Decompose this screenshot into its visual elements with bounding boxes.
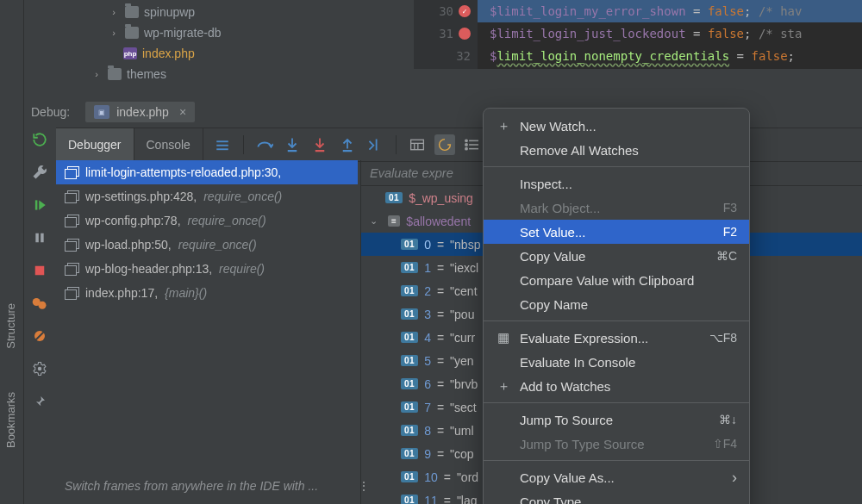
php-file-icon: php (123, 47, 137, 59)
type-badge-icon: ≡ (388, 215, 400, 227)
stack-frame[interactable]: index.php:17, {main}() (56, 281, 358, 305)
variable-index: 7 (424, 401, 431, 414)
debug-session-label: index.php (116, 105, 169, 119)
variable-index: 0 (424, 238, 431, 252)
line-number: 32 (456, 49, 471, 63)
menu-separator (484, 166, 749, 167)
chevron-down-icon[interactable]: ⌄ (370, 215, 382, 227)
menu-item[interactable]: ▦Evaluate Expression...⌥F8 (484, 326, 749, 350)
variable-value: "cop (450, 447, 474, 461)
stack-frame[interactable]: limit-login-attempts-reloaded.php:30, (56, 160, 358, 184)
type-badge-icon: 01 (401, 285, 418, 296)
stack-frame-icon (65, 190, 78, 202)
plus-icon: ＋ (496, 378, 511, 395)
svg-point-5 (39, 302, 47, 309)
menu-item[interactable]: Copy Type (484, 489, 749, 504)
variable-value: "sect (450, 401, 477, 414)
pin-button[interactable] (29, 391, 50, 412)
evaluate-expression-button[interactable] (407, 134, 428, 155)
menu-item[interactable]: ＋Add to Watches (484, 374, 749, 398)
code-line[interactable]: $limit_login_nonempty_credentials = fals… (478, 45, 862, 67)
step-out-button[interactable] (337, 134, 358, 155)
debug-session-tab[interactable]: ▣ index.php × (85, 102, 195, 122)
variable-index: 3 (424, 308, 431, 321)
tree-item-themes[interactable]: › themes (82, 64, 358, 84)
stop-button[interactable] (29, 260, 50, 281)
frame-file: limit-login-attempts-reloaded.php:30, (85, 165, 281, 179)
stack-frame[interactable]: wp-load.php:50, require_once() (56, 233, 358, 257)
menu-item-shortcut: ⌘↓ (719, 413, 737, 426)
menu-item[interactable]: Copy Value As... (484, 465, 749, 489)
svg-rect-12 (288, 150, 297, 152)
menu-item[interactable]: Jump To Source⌘↓ (484, 408, 749, 432)
menu-item[interactable]: Evaluate In Console (484, 350, 749, 374)
code-editor[interactable]: 30✓ 31 32 $limit_login_my_error_shown = … (414, 0, 862, 69)
menu-item[interactable]: Inspect... (484, 171, 749, 196)
variable-name: $_wp_using (409, 191, 473, 205)
view-breakpoints-button[interactable] (29, 293, 50, 314)
menu-item-label: Copy Name (520, 297, 737, 312)
pause-button[interactable] (29, 227, 50, 248)
editor-code[interactable]: $limit_login_my_error_shown = false; /* … (478, 0, 862, 69)
code-line[interactable]: $limit_login_just_lockedout = false; /* … (478, 22, 862, 45)
rail-bookmarks[interactable]: Bookmarks (4, 392, 17, 448)
menu-item-label: Mark Object... (520, 201, 715, 215)
stack-frame[interactable]: wp-settings.php:428, require_once() (56, 184, 358, 208)
frame-file: index.php:17, (85, 286, 158, 300)
menu-item[interactable]: Remove All Watches (484, 138, 749, 162)
tab-debugger[interactable]: Debugger (56, 128, 134, 161)
menu-item[interactable]: Copy Name (484, 292, 749, 316)
menu-item[interactable]: Set Value...F2 (484, 220, 749, 244)
type-badge-icon: 01 (401, 332, 418, 343)
frames-hint: Switch frames from anywhere in the IDE w… (65, 479, 318, 493)
step-over-button[interactable] (254, 134, 275, 155)
threads-icon[interactable] (212, 134, 233, 155)
chevron-right-icon: › (108, 7, 120, 17)
watches-layout-button[interactable] (462, 134, 483, 155)
force-step-into-button[interactable] (309, 134, 330, 155)
run-to-cursor-button[interactable] (365, 134, 385, 155)
step-into-button[interactable] (282, 134, 303, 155)
tree-item-wp-migrate-db[interactable]: › wp-migrate-db (82, 22, 358, 43)
tab-console[interactable]: Console (134, 128, 203, 161)
variable-value: "cent (450, 284, 477, 298)
menu-item[interactable]: ＋New Watch... (484, 114, 749, 138)
mute-breakpoints-button[interactable] (29, 326, 50, 346)
breakpoint-icon[interactable] (459, 28, 471, 40)
breakpoint-verified-icon[interactable]: ✓ (459, 5, 471, 17)
menu-item-label: Jump To Type Source (520, 437, 704, 451)
wrench-button[interactable] (29, 162, 50, 183)
side-rail: Structure Bookmarks (0, 0, 24, 504)
menu-item[interactable]: Compare Value with Clipboard (484, 268, 749, 292)
rerun-button[interactable] (29, 129, 50, 150)
variable-index: 10 (424, 470, 438, 484)
stack-frame[interactable]: wp-config.php:78, require_once() (56, 208, 358, 233)
menu-item[interactable]: Copy Value⌘C (484, 244, 749, 268)
menu-item-label: New Watch... (520, 119, 737, 134)
rail-structure[interactable]: Structure (4, 303, 17, 349)
folder-icon (125, 6, 139, 18)
trace-current-stream-chain-button[interactable] (434, 134, 455, 155)
editor-gutter[interactable]: 30✓ 31 32 (414, 0, 478, 69)
variable-value: "pou (450, 308, 474, 321)
separator (243, 135, 244, 154)
tree-item-spinupwp[interactable]: › spinupwp (82, 2, 358, 22)
frames-pane[interactable]: limit-login-attempts-reloaded.php:30,wp-… (56, 160, 358, 305)
type-badge-icon: 01 (401, 355, 418, 366)
close-icon[interactable]: × (179, 105, 186, 119)
type-badge-icon: 01 (401, 401, 418, 413)
plus-icon: ＋ (496, 118, 511, 134)
folder-icon (125, 27, 139, 39)
stack-frame[interactable]: wp-blog-header.php:13, require() (56, 257, 358, 281)
debug-settings-button[interactable] (29, 358, 50, 379)
stack-frame-icon (65, 287, 78, 299)
code-line[interactable]: $limit_login_my_error_shown = false; /* … (478, 0, 862, 22)
svg-rect-13 (315, 150, 325, 152)
menu-separator (484, 402, 749, 403)
tree-label: index.php (142, 47, 195, 60)
project-tree[interactable]: › spinupwp › wp-migrate-db php index.php… (82, 2, 358, 84)
resume-button[interactable] (29, 195, 50, 215)
frame-function: {main}() (165, 286, 207, 300)
tree-item-index-php[interactable]: php index.php (82, 43, 358, 64)
frame-file: wp-load.php:50, (85, 238, 172, 252)
